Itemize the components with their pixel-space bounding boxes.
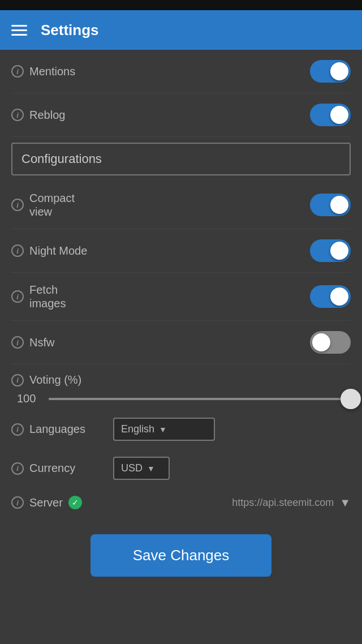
languages-info-icon[interactable]: i xyxy=(11,423,24,436)
fetch-images-knob xyxy=(330,287,348,306)
server-row: i Server ✓ https://api.steemit.com ▼ xyxy=(11,488,351,517)
languages-row: i Languages English ▼ xyxy=(11,410,351,449)
reblog-toggle[interactable] xyxy=(310,104,351,126)
nsfw-info-icon[interactable]: i xyxy=(11,336,24,349)
reblog-info-icon[interactable]: i xyxy=(11,109,24,121)
menu-button[interactable] xyxy=(11,25,27,36)
night-mode-label: i Night Mode xyxy=(11,244,87,257)
server-url: https://api.steemit.com xyxy=(232,497,334,509)
mentions-toggle[interactable] xyxy=(310,60,351,83)
mentions-row: i Mentions xyxy=(11,50,351,93)
header: Settings xyxy=(0,10,362,50)
hamburger-line-2 xyxy=(11,29,27,31)
reblog-label: i Reblog xyxy=(11,109,65,122)
nsfw-label: i Nsfw xyxy=(11,336,54,349)
page-title: Settings xyxy=(41,22,99,39)
languages-dropdown[interactable]: English ▼ xyxy=(113,418,215,441)
fetch-images-label: i Fetch images xyxy=(11,283,66,310)
voting-slider-thumb[interactable] xyxy=(341,389,361,409)
hamburger-line-3 xyxy=(11,34,27,36)
save-container: Save Changes xyxy=(11,517,351,594)
night-mode-knob xyxy=(330,242,348,260)
server-chevron-icon: ▼ xyxy=(339,496,351,509)
server-status-icon: ✓ xyxy=(68,496,82,509)
compact-view-knob xyxy=(330,196,348,214)
voting-slider-track xyxy=(49,398,351,400)
currency-info-icon[interactable]: i xyxy=(11,462,24,475)
compact-view-toggle[interactable] xyxy=(310,194,351,216)
compact-view-info-icon[interactable]: i xyxy=(11,199,24,211)
currency-chevron-icon: ▼ xyxy=(147,464,155,473)
voting-info-icon[interactable]: i xyxy=(11,374,24,387)
fetch-images-info-icon[interactable]: i xyxy=(11,290,24,303)
slider-container: 100 xyxy=(11,392,351,405)
nsfw-toggle[interactable] xyxy=(310,331,351,354)
top-strip xyxy=(0,0,362,10)
nsfw-row: i Nsfw xyxy=(11,321,351,364)
languages-selected-value: English xyxy=(121,423,154,435)
save-changes-button[interactable]: Save Changes xyxy=(90,534,272,577)
hamburger-line-1 xyxy=(11,25,27,27)
night-mode-row: i Night Mode xyxy=(11,229,351,273)
currency-selected-value: USD xyxy=(121,462,143,474)
content-area: i Mentions i Reblog Configurations i xyxy=(0,50,362,594)
currency-label: i Currency xyxy=(11,462,102,475)
server-label: i Server ✓ xyxy=(11,496,82,509)
night-mode-info-icon[interactable]: i xyxy=(11,244,24,257)
languages-label: i Languages xyxy=(11,423,102,436)
slider-value: 100 xyxy=(17,392,40,405)
night-mode-toggle[interactable] xyxy=(310,239,351,262)
voting-slider-fill xyxy=(49,398,351,400)
languages-chevron-icon: ▼ xyxy=(159,425,167,434)
reblog-row: i Reblog xyxy=(11,93,351,137)
reblog-toggle-knob xyxy=(330,106,348,124)
server-info-icon[interactable]: i xyxy=(11,496,24,509)
server-url-container[interactable]: https://api.steemit.com ▼ xyxy=(232,496,351,509)
mentions-toggle-knob xyxy=(330,62,348,80)
voting-row: i Voting (%) 100 xyxy=(11,364,351,410)
nsfw-knob xyxy=(312,333,330,351)
fetch-images-toggle[interactable] xyxy=(310,285,351,308)
mentions-label: i Mentions xyxy=(11,65,75,78)
configurations-label: Configurations xyxy=(21,152,102,166)
compact-view-label: i Compact view xyxy=(11,191,75,218)
compact-view-row: i Compact view xyxy=(11,181,351,229)
currency-dropdown[interactable]: USD ▼ xyxy=(113,457,170,480)
mentions-info-icon[interactable]: i xyxy=(11,65,24,78)
voting-label: i Voting (%) xyxy=(11,373,351,387)
currency-row: i Currency USD ▼ xyxy=(11,449,351,488)
fetch-images-row: i Fetch images xyxy=(11,273,351,321)
configurations-section-header: Configurations xyxy=(11,143,351,175)
